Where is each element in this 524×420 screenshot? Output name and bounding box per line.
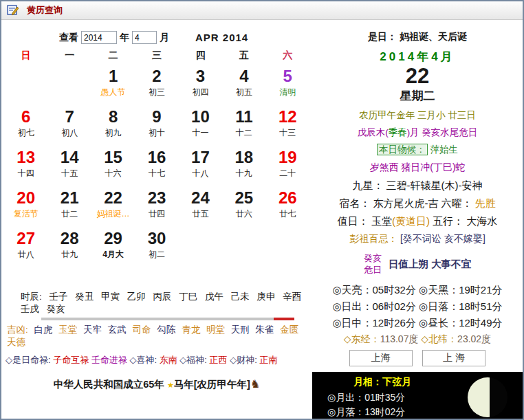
weiri-ganzhi-type: 癸亥 危日 <box>364 252 382 276</box>
wuhou-line: 本日物候： 萍始生 <box>312 144 523 156</box>
calendar-day-cell[interactable]: 24廿五 <box>179 185 222 225</box>
month-title: APR 2014 <box>195 32 248 43</box>
calendar-day-cell[interactable]: 294月大 <box>91 225 135 266</box>
day-lunar-label: 初二 <box>135 249 178 260</box>
calendar-day-cell[interactable]: 7初八 <box>47 104 91 144</box>
month-input[interactable] <box>132 31 157 44</box>
day-number: 14 <box>47 147 91 168</box>
xiu-pre: 宿名： 东方尾火虎-吉 六曜： <box>339 197 472 209</box>
day-lunar-label: 复活节 <box>4 208 47 219</box>
calendar-day-cell[interactable]: 20复活节 <box>4 185 47 225</box>
day-number: 4 <box>222 66 265 87</box>
calendar-day-cell[interactable]: 4初五 <box>222 63 265 104</box>
noon-value: 12时26分 <box>373 317 416 329</box>
day-lunar-label: 十二 <box>222 127 265 138</box>
calendar-day-cell[interactable]: 6初七 <box>4 104 47 144</box>
day-lunar-label: 十九 <box>222 168 265 179</box>
day-lunar-label: 二十 <box>266 168 309 179</box>
zodiac-year-text: 马年[农历甲午年] <box>174 379 250 390</box>
day-lunar-label: 初七 <box>4 127 47 138</box>
calendar-day-cell[interactable]: 19二十 <box>266 144 309 185</box>
moon-phase-value: 下弦月 <box>382 376 411 387</box>
calendar-day-cell[interactable]: 16十七 <box>135 144 178 185</box>
year-suffix-label: 年 <box>120 32 129 44</box>
day-number: 27 <box>4 228 47 249</box>
jixiong-item: 天牢 <box>83 324 102 335</box>
weekday-sun: 日 <box>4 49 47 62</box>
day-number: 23 <box>135 188 178 208</box>
calendar-day-cell[interactable]: 8初九 <box>91 104 135 144</box>
day-number: 13 <box>4 147 47 168</box>
calendar-day-cell[interactable]: 17十八 <box>179 144 222 185</box>
city-input[interactable] <box>349 350 413 366</box>
latitude-value: 23.02度 <box>457 333 491 344</box>
calendar-day-cell[interactable]: 30初二 <box>135 225 178 266</box>
year-input[interactable] <box>81 31 117 44</box>
day-number: 22 <box>91 188 135 208</box>
noon-label: ◎日中： <box>332 317 372 329</box>
moon-phase-line: 月相：下弦月 <box>353 376 411 388</box>
pengzu-value: [癸不词讼 亥不嫁娶] <box>400 233 485 244</box>
calendar-day-cell[interactable]: 10十一 <box>179 104 222 144</box>
calendar-day-cell[interactable]: 11十二 <box>222 104 265 144</box>
calendar-day-cell[interactable]: 9初十 <box>135 104 178 144</box>
weekday-mon: 一 <box>47 49 91 62</box>
calendar-empty-cell <box>222 225 265 266</box>
ganzhi-post: )月 癸亥水尾危日 <box>407 127 478 137</box>
calendar-day-cell[interactable]: 22妈祖诞… <box>91 185 135 225</box>
calendar-empty-cell <box>4 63 47 104</box>
city-confirm-input[interactable] <box>422 350 485 366</box>
selected-day-number: 22 <box>312 65 523 88</box>
day-lunar-label: 愚人节 <box>91 87 135 98</box>
calendar-day-cell[interactable]: 18十九 <box>222 144 265 185</box>
jixiong-item: 金匮 <box>280 324 298 335</box>
day-number: 19 <box>266 147 309 168</box>
calendar-day-cell[interactable]: 28廿九 <box>47 225 91 266</box>
day-number: 2 <box>135 66 178 87</box>
ganzhi-line: 戊辰木(季春)月 癸亥水尾危日 <box>312 126 523 139</box>
calendar-empty-cell <box>266 225 309 266</box>
weiri-block: 癸亥 危日 日值上朔 大事不宜 <box>312 252 523 276</box>
day-number: 24 <box>179 188 222 208</box>
day-number: 5 <box>266 66 309 87</box>
calendar-day-cell[interactable]: 5清明 <box>266 63 309 104</box>
calendar-day-cell[interactable]: 23廿四 <box>135 185 178 225</box>
calendar-day-cell[interactable]: 15十六 <box>91 144 135 185</box>
calendar-day-cell[interactable]: 3初四 <box>179 63 222 104</box>
calendar-day-cell[interactable]: 26廿七 <box>266 185 309 225</box>
day-number: 30 <box>135 228 178 249</box>
day-number: 10 <box>179 107 222 127</box>
calendar-pane: 查看 年 月 APR 2014 日 一 二 三 四 五 六 1愚人节 2初三 <box>1 20 312 420</box>
calendar-day-cell[interactable]: 27廿八 <box>4 225 47 266</box>
calendar-day-cell[interactable]: 1愚人节 <box>91 63 135 104</box>
caishen-value: 正南 <box>259 355 277 365</box>
day-number: 12 <box>266 107 309 127</box>
calendar-day-cell[interactable]: 12十三 <box>266 104 309 144</box>
weiri-note: 日值上朔 大事不宜 <box>389 258 471 271</box>
calendar-day-cell[interactable]: 13十四 <box>4 144 47 185</box>
jixiong-item: 天德 <box>7 337 25 347</box>
moon-info: 月相：下弦月 ◎月出：01时35分 ◎月落：13时02分 <box>312 376 411 419</box>
sun-time-line: ◎日中：12时26分 ◎昼长：12时49分 <box>312 317 523 330</box>
day-lunar-label: 初五 <box>222 87 265 98</box>
dawn-label: ◎天亮： <box>332 284 372 296</box>
calendar-day-cell[interactable]: 21廿二 <box>47 185 91 225</box>
sun-time-line: ◎天亮：05时32分 ◎天黑：19时21分 <box>312 284 523 297</box>
jixiong-label: 吉凶: <box>7 324 28 335</box>
xishen-label: ◇喜神: <box>129 355 157 365</box>
calendar-day-cell[interactable]: 14十五 <box>47 144 91 185</box>
weiri-type: 危日 <box>364 265 382 275</box>
calendar-day-cell[interactable]: 25廿六 <box>222 185 265 225</box>
weekday-fri: 五 <box>222 49 265 62</box>
almanac-window: 黄历查询 查看 年 月 APR 2014 日 一 二 三 四 五 六 <box>0 0 524 420</box>
lunar-date-line: 农历甲午金年 三月小 廿三日 <box>312 109 523 122</box>
calendar-query-bar: 查看 年 月 APR 2014 <box>59 31 312 44</box>
day-number: 17 <box>179 147 222 168</box>
calendar-day-cell[interactable]: 2初三 <box>135 63 178 104</box>
suisha-line: 岁煞西 猪日冲(丁巳)蛇 <box>312 162 523 174</box>
weiri-ganzhi: 癸亥 <box>364 253 382 263</box>
day-number: 16 <box>135 147 178 168</box>
anniversary-footer: 中华人民共和国成立65年 ★马年[农历甲午年]♞ <box>1 377 312 391</box>
day-number: 8 <box>91 107 135 127</box>
minglu-row: ◇是日命禄: 子命互禄 壬命进禄 ◇喜神: 东南 ◇福神: 正西 ◇财神: 正南 <box>6 354 312 366</box>
